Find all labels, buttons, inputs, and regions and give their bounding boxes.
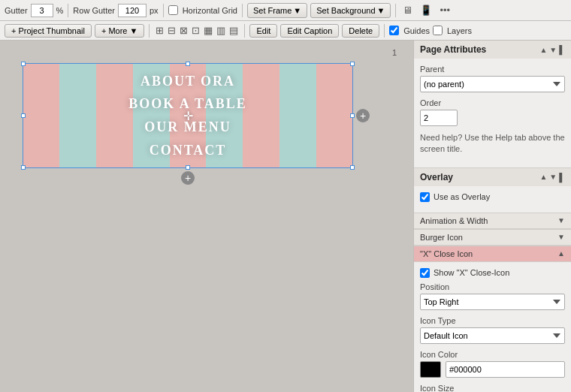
set-frame-button[interactable]: Set Frame ▼ [247, 3, 307, 18]
overlay-header: Overlay ▲ ▼ ▌ [414, 168, 571, 186]
page-attributes-header: Page Attributes ▲ ▼ ▌ [414, 41, 571, 59]
help-text: Need help? Use the Help tab above the sc… [420, 132, 565, 155]
icon-type-row: Icon Type Default Icon Custom Icon [420, 316, 565, 344]
gutter-label: Gutter [5, 6, 28, 15]
help-row: Need help? Use the Help tab above the sc… [420, 132, 565, 155]
row-gutter-input[interactable] [118, 4, 147, 17]
overlay-down-arrow[interactable]: ▼ [549, 173, 557, 181]
show-x-close-checkbox[interactable] [420, 268, 430, 278]
animation-chevron-icon: ▼ [557, 216, 565, 225]
hgrid-label: Horizontal Grid [183, 6, 237, 15]
guides-label: Guides [403, 26, 430, 35]
icon-type-select[interactable]: Default Icon Custom Icon [420, 327, 565, 344]
toolbar-row2: + Project Thumbnail + More ▼ ⊞ ⊟ ⊠ ⊡ ▦ ▥… [0, 21, 571, 41]
separator5 [149, 24, 150, 38]
edit-caption-button[interactable]: Edit Caption [280, 24, 339, 38]
edit-label: Edit [256, 26, 270, 35]
stripe-7 [243, 63, 279, 168]
position-select[interactable]: Top Right Top Left Top Center Bottom Lef… [420, 294, 565, 310]
use-as-overlay-row: Use as Overlay [420, 192, 565, 202]
layers-label: Layers [447, 26, 472, 35]
overlay-up-arrow[interactable]: ▲ [539, 173, 547, 181]
icon-type-label: Icon Type [420, 316, 565, 325]
more-icon-button[interactable]: ••• [437, 5, 452, 16]
hgrid-checkbox[interactable] [168, 5, 178, 15]
icon-color-label: Icon Color [420, 350, 565, 359]
add-bottom-button[interactable]: + [181, 171, 195, 185]
row-gutter-unit: px [150, 6, 159, 15]
stripe-1 [23, 63, 59, 168]
guides-checkbox[interactable] [389, 26, 399, 35]
set-frame-label: Set Frame [253, 6, 292, 15]
parent-label: Parent [420, 65, 565, 74]
separator6 [244, 24, 245, 38]
monitor-button[interactable]: 🖥 [400, 5, 415, 16]
canvas-content: ABOUT ORA BOOK A TABLE OUR MENU CONTACT [23, 63, 353, 168]
color-row [420, 361, 565, 378]
down-arrow-icon[interactable]: ▼ [549, 46, 557, 54]
delete-label: Delete [349, 26, 373, 35]
burger-chevron-icon: ▼ [557, 233, 565, 241]
align-btn-5[interactable]: ▦ [202, 25, 214, 36]
position-row: Position Top Right Top Left Top Center B… [420, 282, 565, 310]
row-gutter-label: Row Gutter [73, 6, 115, 15]
burger-icon-label: Burger Icon [420, 233, 463, 242]
set-background-button[interactable]: Set Background ▼ [310, 3, 391, 18]
order-input[interactable] [420, 110, 458, 126]
gutter-unit: % [56, 6, 64, 15]
align-btn-7[interactable]: ▤ [228, 25, 240, 36]
monitor-icon: 🖥 [403, 5, 412, 16]
canvas-inner: ABOUT ORA BOOK A TABLE OUR MENU CONTACT [23, 63, 353, 168]
align-btn-2[interactable]: ⊟ [166, 25, 177, 36]
canvas-area[interactable]: 1 ABOUT ORA BOOK A TABL [0, 41, 413, 392]
page-number: 1 [392, 48, 397, 57]
project-thumbnail-button[interactable]: + Project Thumbnail [5, 24, 92, 38]
nav-text: ABOUT ORA BOOK A TABLE OUR MENU CONTACT [128, 70, 246, 161]
burger-icon-header[interactable]: Burger Icon ▼ [414, 229, 571, 246]
add-right-button[interactable]: + [356, 109, 370, 122]
color-hex-input[interactable] [446, 361, 565, 378]
stripe-9 [316, 63, 353, 168]
separator1 [68, 4, 68, 17]
align-btn-3[interactable]: ⊠ [178, 25, 189, 36]
nav-line-3: OUR MENU [128, 116, 246, 139]
header-controls: ▲ ▼ ▌ [539, 45, 565, 54]
align-btn-6[interactable]: ▥ [215, 25, 227, 36]
up-arrow-icon[interactable]: ▲ [539, 46, 547, 54]
right-panel: Page Attributes ▲ ▼ ▌ Parent (no parent)… [413, 41, 571, 392]
delete-button[interactable]: Delete [342, 24, 379, 38]
more-arrow-icon: ▼ [130, 26, 138, 35]
x-close-body: Show "X" Close-Icon Position Top Right T… [414, 262, 571, 392]
x-close-chevron-icon: ▲ [557, 249, 565, 258]
gutter-input[interactable] [31, 4, 53, 17]
position-label: Position [420, 282, 565, 291]
more-button[interactable]: + More ▼ [95, 24, 145, 38]
x-close-icon-header[interactable]: "X" Close Icon ▲ [414, 246, 571, 262]
more-label: + More [101, 26, 128, 35]
align-btn-4[interactable]: ⊡ [190, 25, 201, 36]
separator7 [384, 24, 385, 38]
toolbar-row1: Gutter % Row Gutter px Horizontal Grid S… [0, 0, 571, 21]
nav-line-2: BOOK A TABLE [128, 92, 246, 116]
show-x-close-label: Show "X" Close-Icon [434, 268, 509, 277]
overlay-section: Overlay ▲ ▼ ▌ Use as Overlay Animation &… [414, 168, 571, 392]
scroll-icon[interactable]: ▌ [559, 45, 565, 54]
icon-size-row: Icon Size px em % [420, 384, 565, 392]
use-as-overlay-checkbox[interactable] [420, 192, 430, 202]
parent-select[interactable]: (no parent) [420, 76, 565, 92]
more-icon: ••• [440, 5, 450, 16]
separator3 [242, 4, 243, 17]
alignment-group: ⊞ ⊟ ⊠ ⊡ ▦ ▥ ▤ [154, 25, 240, 36]
overlay-scroll-icon[interactable]: ▌ [559, 173, 565, 182]
separator4 [395, 4, 396, 17]
order-label: Order [420, 98, 565, 107]
page-attributes-title: Page Attributes [420, 44, 486, 55]
color-swatch[interactable] [420, 361, 441, 378]
align-btn-1[interactable]: ⊞ [154, 25, 165, 36]
edit-button[interactable]: Edit [249, 24, 277, 38]
animation-width-header[interactable]: Animation & Width ▼ [414, 213, 571, 229]
tablet-button[interactable]: 📱 [418, 5, 434, 16]
order-row: Order [420, 98, 565, 126]
page-attributes-body: Parent (no parent) Order Need help? Use … [414, 59, 571, 167]
layers-checkbox[interactable] [433, 26, 443, 35]
